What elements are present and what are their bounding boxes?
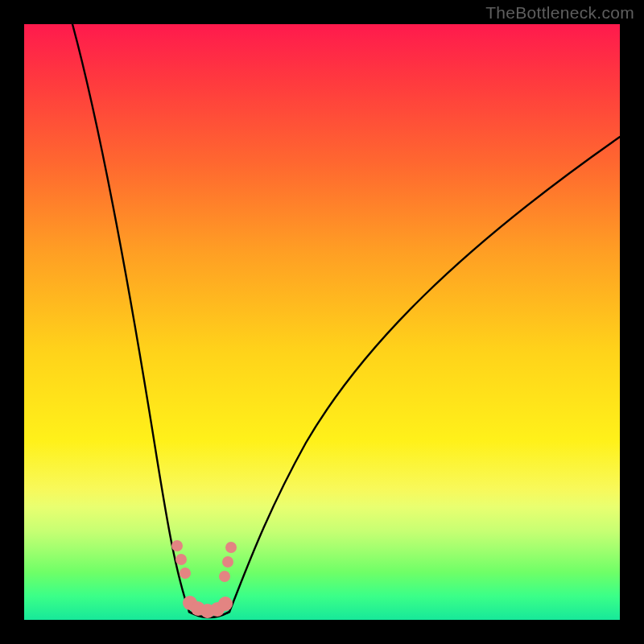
bead-right-3 — [219, 571, 230, 582]
curve-right — [229, 137, 620, 612]
bead-left-1 — [171, 540, 183, 551]
curve-group — [72, 24, 620, 617]
bead-right-2 — [222, 556, 233, 568]
watermark-text: TheBottleneck.com — [485, 3, 634, 23]
bead-right-1 — [225, 542, 237, 553]
bead-trough-5 — [218, 597, 233, 611]
bead-left-3 — [180, 568, 191, 579]
bead-left-2 — [175, 554, 187, 565]
chart-frame: TheBottleneck.com — [0, 0, 644, 644]
curve-svg — [24, 24, 620, 620]
curve-left — [72, 24, 189, 612]
plot-area — [24, 24, 620, 620]
beads-group — [171, 540, 237, 618]
